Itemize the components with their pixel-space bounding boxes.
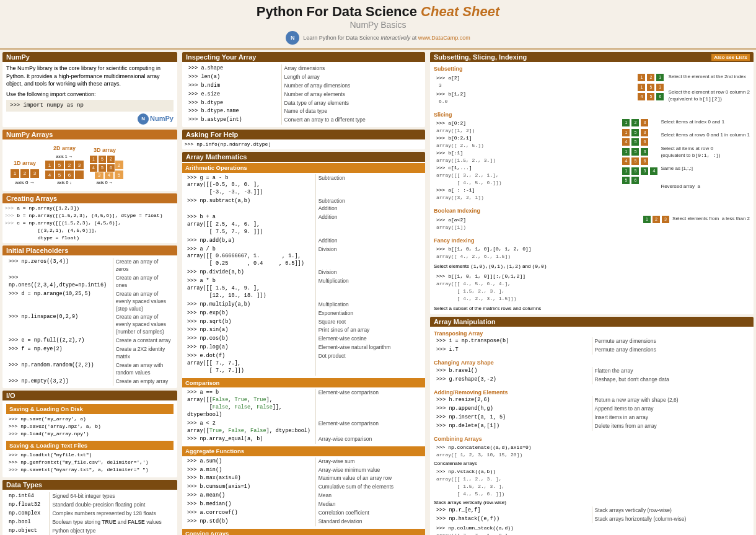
boolean-title: Boolean Indexing	[434, 207, 750, 215]
initial-placeholders-header: Initial Placeholders	[2, 245, 177, 255]
table-row: >>> np.linspace(0,2,9)Create an array of…	[6, 313, 174, 337]
middle-column: Inspecting Your Array >>> a.shapeArray d…	[180, 50, 428, 535]
table-row: >>> d = np.arange(10,25,5)Create an arra…	[6, 290, 174, 314]
numpy-inline-logo: N	[138, 113, 149, 125]
table-row: >>> np.insert(a, 1, 5)Insert items in an…	[434, 413, 750, 422]
numpy-body: The NumPy library is the core library fo…	[2, 62, 177, 127]
table-row: >>> np.zeros((3,4))Create an array of ze…	[6, 258, 174, 274]
table-row: >>> h.resize(2,6)Return a new array with…	[434, 396, 750, 405]
table-row: np.objectPython object type	[6, 527, 174, 535]
left-column: NumPy The NumPy library is the core libr…	[0, 50, 180, 535]
adding-title: Adding/Removing Elements	[434, 389, 750, 397]
table-row: >>> np.hstack((e,f))Stack arrays horizon…	[434, 515, 750, 524]
shape-title: Changing Array Shape	[434, 359, 750, 367]
table-row: >>> len(a)Length of array	[186, 73, 421, 82]
page-subtitle: NumPy Basics	[0, 20, 756, 30]
table-row: np.float32Standard double-precision floa…	[6, 501, 174, 510]
table-row: >>> np.r_[e,f]Stack arrays vertically (r…	[434, 506, 750, 515]
slicing-title: Slicing	[434, 111, 750, 119]
table-row: >>> e = np.full((2,2),7)Create a constan…	[6, 337, 174, 345]
creating-arrays-section: Creating Arrays >>> a = np.array([1,2,3]…	[2, 193, 177, 243]
array-display: 1D array 1 2 3 axis 0 → 2D array axis 1 …	[6, 142, 174, 188]
table-row: >>> np.std(b)Standard deviation	[185, 518, 423, 526]
numpy-logo: N	[286, 31, 299, 45]
table-row: >>> a.mean()Mean	[185, 492, 423, 500]
table-row: np.complexComplex numbers represented by…	[6, 510, 174, 518]
numpy-header: NumPy	[2, 52, 177, 62]
table-row: >>> np.add(b,a)Addition	[185, 237, 423, 245]
array-math-header: Array Mathematics	[182, 152, 425, 162]
table-row: >>> np.array_equal(a, b)Array-wise compa…	[185, 435, 423, 444]
table-row: >>> np.random.random((2,2))Create an arr…	[6, 361, 174, 378]
table-row: >>> b.ndimNumber of array dimensions	[186, 82, 421, 91]
inspecting-section: Inspecting Your Array >>> a.shapeArray d…	[182, 52, 425, 127]
table-row: >>> e.sizeNumber of array elements	[186, 91, 421, 99]
table-row: >>> b.dtype.nameName of data type	[186, 107, 421, 116]
table-row: >>> a == b array([[False, True, True], […	[185, 389, 423, 420]
table-row: >>> b.dtypeData type of array elements	[186, 99, 421, 108]
table-row: >>> np.delete(a,[1])Delete items from an…	[434, 422, 750, 431]
saving-loading-text: Saving & Loading Text Files	[6, 441, 174, 450]
subsetting-title: Subsetting	[434, 65, 750, 73]
comparison-header: Comparison	[182, 378, 425, 387]
inspecting-header: Inspecting Your Array	[182, 52, 425, 62]
table-row: >>> np.subtract(a,b)SubtractionAddition	[185, 197, 423, 213]
table-row: >>> f = np.eye(2)Create a 2X2 identity m…	[6, 345, 174, 361]
subsetting-section: Subsetting, Slicing, Indexing Also see L…	[430, 52, 754, 314]
table-row: np.boolBoolean type storing TRUE and FAL…	[6, 518, 174, 527]
subset-grid-1: 1 2 3	[637, 73, 664, 82]
also-see-badge: Also see Lists	[711, 54, 750, 61]
table-row: >>> a * b array([[ 1.5, 4., 9. ], [12., …	[185, 277, 423, 301]
array-manipulation-header: Array Manipulation	[430, 317, 754, 327]
page-header: Python For Data Science Cheat Sheet NumP…	[0, 0, 756, 50]
combining-title: Combining Arrays	[434, 435, 750, 443]
io-section: I/O Saving & Loading On Disk >>> np.save…	[2, 391, 177, 477]
table-row: >>> g.reshape(3,-2)Reshape, but don't ch…	[434, 376, 750, 384]
table-row: >>> np.multiply(a,b)Multiplication	[185, 301, 423, 309]
table-row: >>> g = a - b array([[-0.5, 0., 0. ], [-…	[185, 174, 423, 198]
table-row: >>> np.append(h,g)Append items to an arr…	[434, 405, 750, 413]
data-types-section: Data Types np.int64Signed 64-bit integer…	[2, 480, 177, 535]
import-code: >>> import numpy as np	[6, 100, 174, 112]
asking-help-header: Asking For Help	[182, 130, 425, 139]
array-2d: 1 5 2 3 4 5 6	[45, 160, 84, 180]
table-row: >>> np.sqrt(b)Square root	[185, 318, 423, 327]
array-3d-container: 3D array 1 5 2 3 4	[89, 146, 120, 186]
table-row: >>> a / b array([[ 0.66666667, 1. , 1.],…	[185, 245, 423, 269]
numpy-arrays-header: NumPy Arrays	[2, 130, 177, 139]
aggregate-header: Aggregate Functions	[182, 446, 425, 456]
array-1d-container: 1D array 1 2 3 axis 0 →	[10, 159, 40, 186]
copying-header: Copying Arrays	[182, 529, 425, 535]
array-math-section: Array Mathematics Arithmetic Operations …	[182, 152, 425, 535]
table-row: >>> np.exp(b)Exponentiation	[185, 309, 423, 318]
table-row: >>> a.shapeArray dimensions	[186, 64, 421, 73]
table-row: >>> np.sin(a)Print sines of an array	[185, 326, 423, 335]
table-row: >>> np.divide(a,b)Division	[185, 268, 423, 277]
page-title: Python For Data Science Cheat Sheet	[0, 4, 756, 20]
transposing-title: Transposing Array	[434, 330, 750, 338]
table-row: >>> b.median()Median	[185, 500, 423, 509]
arithmetic-header: Arithmetic Operations	[182, 163, 425, 172]
table-row: np.int64Signed 64-bit integer types	[6, 492, 174, 501]
creating-arrays-header: Creating Arrays	[2, 193, 177, 203]
io-header: I/O	[2, 391, 177, 400]
table-row: >>> i = np.transpose(b)Permute array dim…	[434, 337, 750, 346]
table-row: >>> b + a array([[ 2.5, 4., 6. ], [ 7.5,…	[185, 213, 423, 237]
table-row: >>> np.ones((2,3,4),dtype=np.int16)Creat…	[6, 274, 174, 290]
table-row: >>> np.cos(b)Element-wise cosine	[185, 335, 423, 343]
right-column: Subsetting, Slicing, Indexing Also see L…	[428, 50, 756, 535]
subsetting-header: Subsetting, Slicing, Indexing Also see L…	[430, 52, 754, 62]
initial-placeholders-section: Initial Placeholders >>> np.zeros((3,4))…	[2, 245, 177, 388]
table-row: >>> b.cumsum(axis=1)Cumulative sum of th…	[185, 483, 423, 492]
numpy-section: NumPy The NumPy library is the core libr…	[2, 52, 177, 127]
array-manipulation-section: Array Manipulation Transposing Array >>>…	[430, 317, 754, 535]
table-row: >>> np.log(a)Element-wise natural logari…	[185, 343, 423, 352]
fancy-title: Fancy Indexing	[434, 237, 750, 245]
table-row: >>> a.corrcoef()Correlation coefficient	[185, 509, 423, 518]
saving-loading-disk: Saving & Loading On Disk	[6, 404, 174, 413]
asking-help-section: Asking For Help >>> np.info(np.ndarray.d…	[182, 130, 425, 149]
table-row: >>> a.min()Array-wise minimum value	[185, 466, 423, 475]
table-row: >>> e.dot(f) array([[ 7., 7.], [ 7., 7.]…	[185, 352, 423, 376]
table-row: >>> a < 2 array([True, False, False], dt…	[185, 420, 423, 436]
table-row: >>> b.max(axis=0)Maximum value of an arr…	[185, 474, 423, 483]
